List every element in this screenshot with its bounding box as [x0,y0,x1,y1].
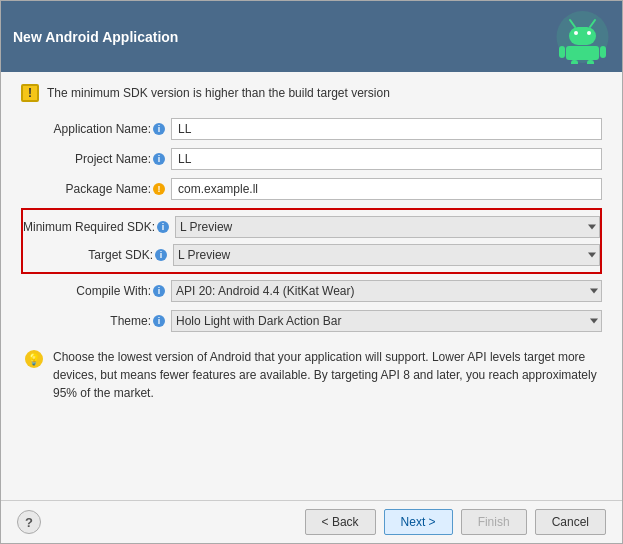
dialog-footer: ? < Back Next > Finish Cancel [1,500,622,543]
compile-with-select-wrapper: API 20: Android 4.4 (KitKat Wear) API 19… [171,280,602,302]
compile-with-select[interactable]: API 20: Android 4.4 (KitKat Wear) API 19… [171,280,602,302]
app-name-info-icon: i [153,123,165,135]
min-sdk-info-icon: i [157,221,169,233]
project-name-row: Project Name: i [21,148,602,170]
min-sdk-label: Minimum Required SDK: i [23,220,175,234]
target-sdk-info-icon: i [155,249,167,261]
warning-icon: ! [21,84,39,102]
help-button[interactable]: ? [17,510,41,534]
project-name-input[interactable] [171,148,602,170]
compile-with-label: Compile With: i [21,284,171,298]
application-name-row: Application Name: i [21,118,602,140]
info-section: 💡 Choose the lowest version of Android t… [21,348,602,402]
target-sdk-select-wrapper: L Preview API 8 API 10 API 14 API 15 API… [173,244,600,266]
svg-rect-8 [600,46,606,58]
target-sdk-row: Target SDK: i L Preview API 8 API 10 API… [23,244,600,266]
finish-button[interactable]: Finish [461,509,527,535]
application-name-input[interactable] [171,118,602,140]
dialog-header: New Android Application [1,1,622,72]
compile-with-info-icon: i [153,285,165,297]
project-name-info-icon: i [153,153,165,165]
theme-select[interactable]: Holo Light with Dark Action Bar Holo Lig… [171,310,602,332]
package-name-input[interactable] [171,178,602,200]
theme-info-icon: i [153,315,165,327]
dialog-content: ! The minimum SDK version is higher than… [1,72,622,500]
min-sdk-row: Minimum Required SDK: i L Preview API 8 … [23,216,600,238]
project-name-label: Project Name: i [21,152,171,166]
dialog-title: New Android Application [13,29,178,45]
svg-point-2 [574,31,578,35]
back-button[interactable]: < Back [305,509,376,535]
package-name-info-icon: ! [153,183,165,195]
sdk-highlight-section: Minimum Required SDK: i L Preview API 8 … [21,208,602,274]
package-name-label: Package Name: ! [21,182,171,196]
svg-rect-7 [559,46,565,58]
warning-text: The minimum SDK version is higher than t… [47,86,390,100]
cancel-button[interactable]: Cancel [535,509,606,535]
target-sdk-select[interactable]: L Preview API 8 API 10 API 14 API 15 API… [173,244,600,266]
compile-with-row: Compile With: i API 20: Android 4.4 (Kit… [21,280,602,302]
application-name-label: Application Name: i [21,122,171,136]
warning-bar: ! The minimum SDK version is higher than… [21,84,602,102]
info-text: Choose the lowest version of Android tha… [53,348,598,402]
theme-select-wrapper: Holo Light with Dark Action Bar Holo Lig… [171,310,602,332]
svg-rect-1 [569,27,596,45]
next-button[interactable]: Next > [384,509,453,535]
min-sdk-select-wrapper: L Preview API 8 API 10 API 14 API 15 API… [175,216,600,238]
package-name-row: Package Name: ! [21,178,602,200]
target-sdk-label: Target SDK: i [23,248,173,262]
android-logo [555,9,610,64]
info-bulb-icon: 💡 [25,350,43,368]
min-sdk-select[interactable]: L Preview API 8 API 10 API 14 API 15 API… [175,216,600,238]
svg-point-3 [587,31,591,35]
theme-label: Theme: i [21,314,171,328]
svg-rect-6 [566,46,599,60]
dialog: New Android Application [0,0,623,544]
theme-row: Theme: i Holo Light with Dark Action Bar… [21,310,602,332]
